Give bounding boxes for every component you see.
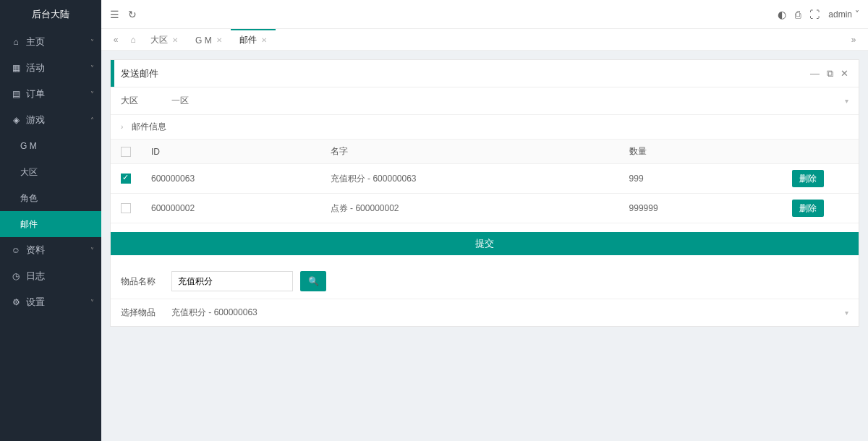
sidebar-item-settings[interactable]: ⚙设置˅ [0, 289, 101, 315]
item-name-input[interactable] [171, 271, 293, 291]
sidebar-item-region[interactable]: 大区 [0, 159, 101, 185]
gear-icon: ⚙ [10, 297, 22, 307]
sidebar-item-order[interactable]: ▤订单˅ [0, 81, 101, 107]
sidebar-item-role[interactable]: 角色 [0, 185, 101, 211]
submit-button[interactable]: 提交 [111, 232, 859, 255]
clock-icon: ◷ [10, 271, 22, 281]
delete-button[interactable]: 删除 [792, 200, 824, 217]
search-icon: 🔍 [308, 276, 319, 286]
tabs-next-icon[interactable]: » [845, 29, 862, 50]
sidebar-item-home[interactable]: ⌂主页˅ [0, 29, 101, 55]
tab-region[interactable]: 大区✕ [142, 29, 187, 50]
items-table: ID 名字 数量 600000063 充值积分 - 600000063 999 [111, 140, 859, 223]
region-selector-row: 大区 一区 ▾ [111, 87, 859, 115]
menu-toggle-icon[interactable]: ☰ [110, 9, 119, 20]
grid-icon: ▦ [10, 63, 22, 73]
chevron-down-icon: ˅ [90, 247, 94, 254]
tab-home-icon[interactable]: ⌂ [124, 29, 142, 50]
close-icon[interactable]: ✕ [841, 68, 848, 80]
chevron-down-icon: ▾ [845, 97, 848, 105]
sidebar-item-mail[interactable]: 邮件 [0, 211, 101, 237]
sidebar-item-log[interactable]: ◷日志 [0, 263, 101, 289]
select-all-checkbox[interactable] [121, 147, 131, 157]
content-area: 发送邮件 — ⧉ ✕ 大区 一区 ▾ › 邮件信息 [101, 51, 868, 441]
chevron-down-icon: ˅ [90, 299, 94, 307]
panel-header: 发送邮件 — ⧉ ✕ [111, 60, 859, 87]
region-label: 大区 [121, 95, 164, 107]
close-icon[interactable]: ✕ [216, 36, 222, 44]
col-name: 名字 [320, 140, 619, 164]
home-icon: ⌂ [10, 37, 22, 47]
select-item-dropdown[interactable]: 充值积分 - 600000063 ▾ [171, 307, 848, 319]
sidebar-item-profile[interactable]: ☺资料˅ [0, 237, 101, 263]
chevron-right-icon: › [121, 123, 123, 131]
sidebar-item-game[interactable]: ◈游戏˄ [0, 107, 101, 133]
table-row: 600000002 点券 - 600000002 999999 删除 [111, 194, 859, 223]
tab-mail[interactable]: 邮件✕ [231, 29, 276, 50]
window-actions: — ⧉ ✕ [810, 68, 848, 80]
note-icon[interactable]: ⎙ [795, 9, 801, 20]
row-checkbox[interactable] [121, 174, 131, 184]
minimize-icon[interactable]: — [810, 68, 820, 80]
chevron-down-icon: ˅ [90, 90, 94, 98]
topbar: ☰ ↻ ◐ ⎙ ⛶ admin˅ [101, 0, 868, 29]
list-icon: ▤ [10, 89, 22, 99]
diamond-icon: ◈ [10, 115, 22, 125]
user-menu[interactable]: admin˅ [828, 9, 859, 20]
close-icon[interactable]: ✕ [261, 36, 267, 44]
col-qty: 数量 [619, 140, 757, 164]
select-item-row: 选择物品 充值积分 - 600000063 ▾ [111, 299, 859, 326]
mail-panel: 发送邮件 — ⧉ ✕ 大区 一区 ▾ › 邮件信息 [110, 59, 859, 327]
maximize-icon[interactable]: ⧉ [827, 68, 833, 80]
user-icon: ☺ [10, 245, 22, 255]
sidebar-item-gm[interactable]: G M [0, 133, 101, 159]
sidebar: 后台大陆 ⌂主页˅ ▦活动˅ ▤订单˅ ◈游戏˄ G M 大区 角色 邮件 ☺资… [0, 0, 101, 441]
sidebar-menu: ⌂主页˅ ▦活动˅ ▤订单˅ ◈游戏˄ G M 大区 角色 邮件 ☺资料˅ ◷日… [0, 29, 101, 441]
row-checkbox[interactable] [121, 203, 131, 213]
sidebar-item-activity[interactable]: ▦活动˅ [0, 55, 101, 81]
item-name-row: 物品名称 🔍 [111, 264, 859, 299]
brand-logo: 后台大陆 [0, 0, 101, 29]
fullscreen-icon[interactable]: ⛶ [809, 9, 820, 20]
table-row: 600000063 充值积分 - 600000063 999 删除 [111, 164, 859, 194]
delete-button[interactable]: 删除 [792, 170, 824, 187]
close-icon[interactable]: ✕ [172, 36, 178, 44]
tabs-prev-icon[interactable]: « [107, 29, 124, 50]
panel-title: 发送邮件 [121, 67, 158, 80]
zone-select[interactable]: 一区 ▾ [171, 95, 848, 107]
tab-gm[interactable]: G M✕ [187, 29, 231, 50]
item-name-label: 物品名称 [121, 275, 164, 288]
tab-strip: « ⌂ 大区✕ G M✕ 邮件✕ » [101, 29, 868, 51]
main: ☰ ↻ ◐ ⎙ ⛶ admin˅ « ⌂ 大区✕ G M✕ 邮件✕ » 发送邮件… [101, 0, 868, 441]
chevron-down-icon: ˅ [855, 9, 859, 20]
chevron-down-icon: ˅ [90, 64, 94, 72]
chevron-down-icon: ▾ [845, 309, 848, 317]
select-item-label: 选择物品 [121, 307, 164, 319]
chevron-down-icon: ˅ [90, 38, 94, 46]
theme-icon[interactable]: ◐ [778, 9, 786, 20]
search-button[interactable]: 🔍 [300, 271, 326, 291]
refresh-icon[interactable]: ↻ [128, 9, 137, 20]
mail-info-section[interactable]: › 邮件信息 [111, 115, 859, 140]
col-id: ID [141, 140, 320, 164]
chevron-up-icon: ˄ [90, 116, 94, 124]
